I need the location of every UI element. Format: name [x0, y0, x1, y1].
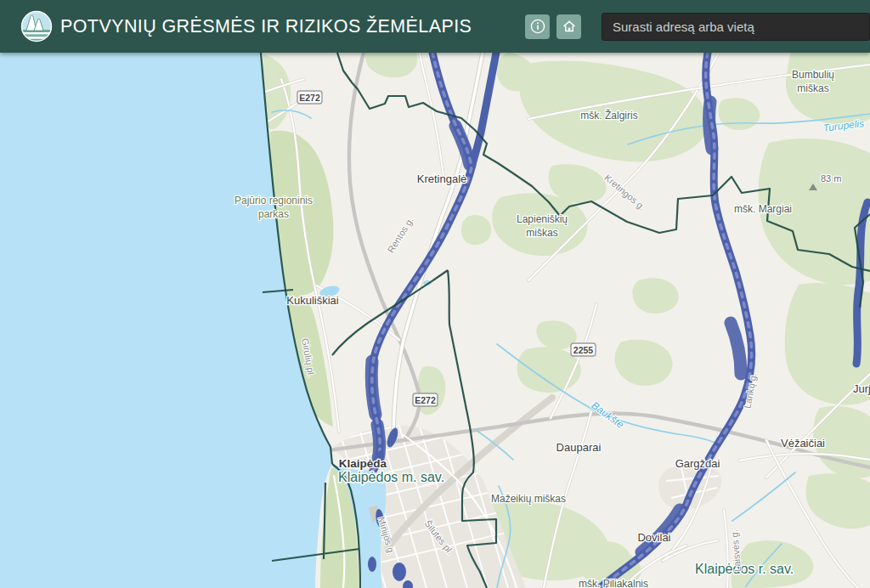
flood-map-app: POTVYNIŲ GRĖSMĖS IR RIZIKOS ŽEMĖLAPIS: [0, 0, 870, 588]
forest-label-piliakalnis: mšk. Piliakalnis: [579, 578, 648, 588]
town-label-vezaiciai: Vėžaičiai: [781, 437, 825, 449]
shield-label: E272: [299, 93, 320, 103]
forest-label-zalgiris: mšk. Žalgiris: [580, 109, 637, 122]
shield-label: 2255: [573, 345, 594, 355]
route-shield-e272-south: E272: [413, 393, 438, 406]
forest-label-lapieniskiu-1: Lapieniškių: [517, 213, 568, 225]
home-icon: [562, 19, 577, 34]
elevation-label: 83 m: [821, 173, 841, 184]
search-input[interactable]: [602, 13, 870, 41]
forest-label-lapieniskiu-2: miškas: [526, 227, 557, 239]
municipality-label-klaipeda-district: Klaipėdos r. sav.: [695, 562, 794, 576]
forest-label-mazeikiu: Mažeikių miškas: [491, 493, 566, 505]
town-label-gargzdai: Gargždai: [675, 457, 720, 470]
town-label-kukuliskiai: Kukuliškiai: [286, 294, 339, 307]
map-graphics: E272 E272 2255 83 m mšk. Žalgiris Bumbul…: [0, 53, 870, 588]
park-label-line2: parkas: [258, 208, 289, 220]
page-title: POTVYNIŲ GRĖSMĖS IR RIZIKOS ŽEMĖLAPIS: [60, 16, 472, 37]
forest-label-bumbuliu-1: Bumbulių: [792, 69, 834, 81]
forest-label-bumbuliu-2: miškas: [797, 82, 828, 94]
app-logo: [20, 10, 53, 42]
town-label-klaipeda: Klaipėda: [339, 457, 387, 470]
map-canvas[interactable]: E272 E272 2255 83 m mšk. Žalgiris Bumbul…: [0, 53, 870, 588]
app-header: POTVYNIŲ GRĖSMĖS IR RIZIKOS ŽEMĖLAPIS: [0, 0, 870, 53]
route-shield-2255: 2255: [571, 343, 596, 356]
town-label-kretingale: Kretingalė: [417, 172, 467, 185]
shield-label: E272: [415, 395, 436, 405]
info-button[interactable]: [525, 14, 550, 39]
town-label-dovilai: Dovilai: [637, 531, 670, 544]
flood-logo-icon: [20, 10, 53, 42]
home-button[interactable]: [556, 14, 581, 39]
park-label-line1: Pajūrio regioninis: [234, 195, 313, 206]
info-icon: [530, 19, 545, 34]
town-label-dauparai: Dauparai: [556, 441, 602, 454]
forest-label-margiai: mšk. Margiai: [734, 203, 792, 215]
town-label-jurjo: Jurjo: [853, 382, 870, 395]
municipality-label-klaipeda-city: Klaipėdos m. sav.: [338, 470, 444, 484]
route-shield-e272-north: E272: [297, 91, 322, 104]
